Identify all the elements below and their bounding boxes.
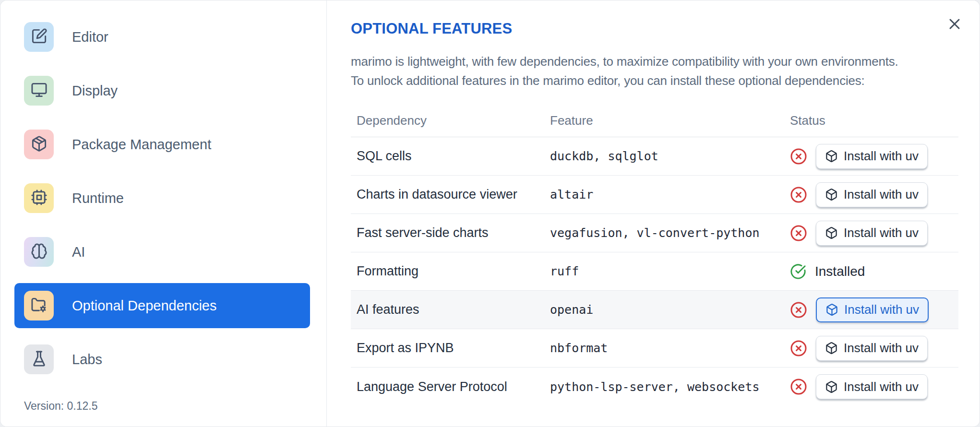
install-with-uv-button[interactable]: Install with uv <box>816 144 928 169</box>
version-label: Version: 0.12.5 <box>24 400 97 413</box>
box-icon <box>825 380 838 393</box>
sidebar-nav: Editor Display Package Management Runtim… <box>0 14 326 382</box>
table-body: SQL cells duckdb, sqlglot Install with u… <box>351 137 958 406</box>
folder-cog-icon <box>31 297 48 315</box>
sidebar-item-editor[interactable]: Editor <box>14 14 310 59</box>
status-cell: Installed <box>790 263 958 280</box>
flask-icon <box>31 350 48 369</box>
feature-cell: python-lsp-server, websockets <box>550 380 790 394</box>
settings-dialog: Editor Display Package Management Runtim… <box>0 0 980 427</box>
table-row: Fast server-side charts vegafusion, vl-c… <box>351 214 958 252</box>
column-header-dependency: Dependency <box>357 113 550 128</box>
dependency-cell: Export as IPYNB <box>357 341 550 356</box>
sidebar-item-label: Runtime <box>72 190 124 206</box>
sidebar-item-ai[interactable]: AI <box>14 229 310 274</box>
sidebar-item-label: Editor <box>72 29 108 45</box>
box-icon <box>825 150 838 163</box>
close-button[interactable] <box>945 14 964 34</box>
description-line: To unlock additional features in the mar… <box>351 71 958 90</box>
box-icon <box>825 226 838 239</box>
sidebar-item-labs[interactable]: Labs <box>14 337 310 382</box>
table-row: AI features openai Install with uv <box>351 291 958 329</box>
install-button-label: Install with uv <box>844 302 919 317</box>
package-icon <box>31 135 48 154</box>
sidebar-item-label: Display <box>72 83 118 99</box>
dependency-cell: SQL cells <box>357 149 550 164</box>
table-row: Export as IPYNB nbformat Install with uv <box>351 329 958 368</box>
feature-cell: openai <box>550 303 790 317</box>
sidebar-item-label: AI <box>72 244 85 260</box>
dependency-cell: Charts in datasource viewer <box>357 187 550 202</box>
install-with-uv-button[interactable]: Install with uv <box>816 374 928 399</box>
dependency-cell: Formatting <box>357 264 550 279</box>
box-icon <box>825 303 838 316</box>
dependency-cell: Fast server-side charts <box>357 225 550 240</box>
installed-icon <box>790 263 806 280</box>
install-with-uv-button[interactable]: Install with uv <box>816 297 929 322</box>
feature-cell: ruff <box>550 264 790 278</box>
installed-label: Installed <box>815 264 865 279</box>
sidebar-item-package-management[interactable]: Package Management <box>14 122 310 167</box>
box-icon <box>825 188 838 201</box>
sidebar-item-display[interactable]: Display <box>14 68 310 113</box>
table-header: Dependency Feature Status <box>351 105 958 137</box>
sidebar-item-runtime[interactable]: Runtime <box>14 176 310 221</box>
status-cell: Install with uv <box>790 336 958 361</box>
not-installed-icon <box>790 225 807 242</box>
not-installed-icon <box>790 186 807 203</box>
sidebar-item-label: Package Management <box>72 137 211 153</box>
install-button-label: Install with uv <box>844 187 919 202</box>
box-icon <box>825 342 838 355</box>
install-button-label: Install with uv <box>844 341 919 356</box>
column-header-status: Status <box>790 113 958 128</box>
status-cell: Install with uv <box>790 144 958 169</box>
close-icon <box>946 15 963 33</box>
status-cell: Install with uv <box>790 221 958 246</box>
status-cell: Install with uv <box>790 374 958 399</box>
sidebar-item-optional-dependencies[interactable]: Optional Dependencies <box>14 283 310 328</box>
sidebar-item-label: Labs <box>72 352 102 368</box>
install-with-uv-button[interactable]: Install with uv <box>816 182 928 207</box>
install-with-uv-button[interactable]: Install with uv <box>816 221 928 246</box>
feature-cell: vegafusion, vl-convert-python <box>550 226 790 240</box>
brain-icon <box>31 243 48 261</box>
table-row: Charts in datasource viewer altair Insta… <box>351 176 958 214</box>
table-row: Formatting ruff Installed <box>351 252 958 291</box>
install-button-label: Install with uv <box>844 380 919 394</box>
monitor-icon <box>31 82 48 100</box>
dialog-description: marimo is lightweight, with few dependen… <box>351 52 958 90</box>
dependency-cell: AI features <box>357 302 550 317</box>
install-button-label: Install with uv <box>844 149 919 164</box>
install-button-label: Install with uv <box>844 225 919 240</box>
status-cell: Install with uv <box>790 182 958 207</box>
column-header-feature: Feature <box>550 113 790 128</box>
not-installed-icon <box>790 301 807 319</box>
not-installed-icon <box>790 148 807 165</box>
install-with-uv-button[interactable]: Install with uv <box>816 336 928 361</box>
feature-cell: altair <box>550 188 790 202</box>
main-panel: OPTIONAL FEATURES marimo is lightweight,… <box>327 0 980 427</box>
table-row: Language Server Protocol python-lsp-serv… <box>351 368 958 406</box>
square-pen-icon <box>31 28 48 47</box>
table-row: SQL cells duckdb, sqlglot Install with u… <box>351 137 958 176</box>
cpu-icon <box>31 189 48 208</box>
not-installed-icon <box>790 378 807 395</box>
feature-cell: duckdb, sqlglot <box>550 149 790 163</box>
status-cell: Install with uv <box>790 297 958 322</box>
sidebar-item-label: Optional Dependencies <box>72 298 216 314</box>
feature-cell: nbformat <box>550 341 790 355</box>
dependency-cell: Language Server Protocol <box>357 380 550 394</box>
not-installed-icon <box>790 340 807 357</box>
page-title: OPTIONAL FEATURES <box>351 20 958 37</box>
optional-features-table: Dependency Feature Status SQL cells duck… <box>351 105 958 406</box>
sidebar: Editor Display Package Management Runtim… <box>0 0 327 427</box>
description-line: marimo is lightweight, with few dependen… <box>351 52 958 71</box>
